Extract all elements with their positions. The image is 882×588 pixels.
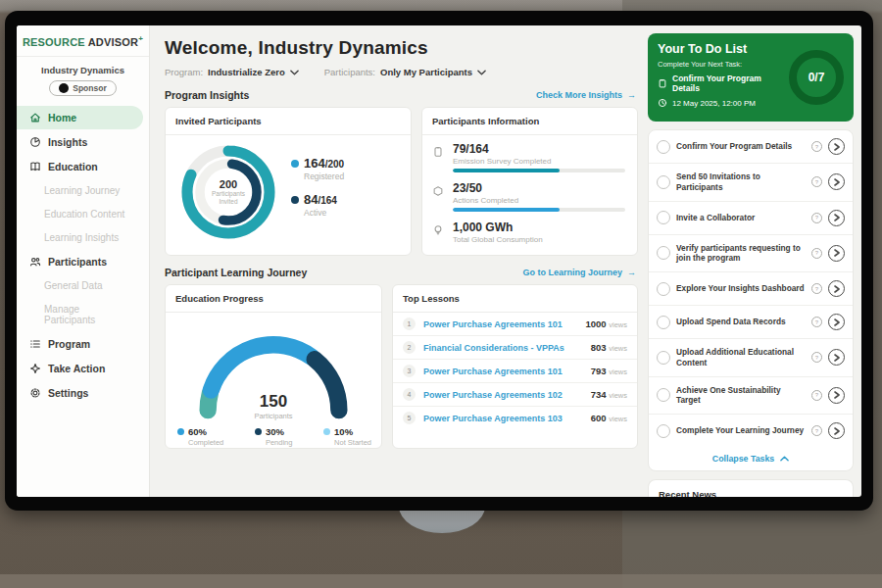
task-checkbox[interactable]	[657, 388, 670, 402]
task-row[interactable]: Upload Spend Data Records ?	[649, 306, 853, 339]
due-date-row: 12 May 2025, 12:00 PM	[658, 98, 783, 108]
task-checkbox[interactable]	[657, 140, 670, 154]
section-title: Participant Learning Journey	[165, 267, 307, 278]
task-row[interactable]: Explore Your Insights Dashboard ?	[649, 272, 853, 306]
task-checkbox[interactable]	[657, 424, 670, 438]
legend-label: Completed	[188, 438, 223, 447]
invited-count: 200	[220, 178, 237, 190]
info-icon: ?	[811, 248, 822, 259]
info-icon: ?	[811, 141, 822, 152]
brand-plus: +	[138, 34, 143, 43]
go-to-learning-journey-link[interactable]: Go to Learning Journey →	[522, 268, 636, 277]
task-label: Complete Your Learning Journey	[676, 425, 806, 436]
program-filter[interactable]: Program: Industrialize Zero	[165, 67, 299, 77]
participants-filter[interactable]: Participants: Only My Participants	[324, 67, 486, 77]
sidebar-item-label: Settings	[48, 387, 88, 399]
info-icon: ?	[811, 176, 822, 187]
task-checkbox[interactable]	[657, 282, 670, 296]
lesson-views: 600	[591, 413, 607, 423]
sidebar-item-participants[interactable]: Participants	[17, 250, 143, 273]
task-checkbox[interactable]	[657, 246, 670, 260]
task-row[interactable]: Verify participants requesting to join t…	[649, 235, 853, 273]
check-more-insights-link[interactable]: Check More Insights →	[536, 90, 636, 100]
participants-information-body: 79/164 Emission Survey Completed 23/50 A…	[422, 135, 637, 247]
sidebar-item-insights[interactable]: Insights	[17, 130, 143, 154]
lesson-link[interactable]: Power Purchase Agreements 101	[423, 319, 577, 329]
sidebar-item-label: Home	[48, 112, 76, 123]
main-content: Welcome, Industry Dynamics Program: Indu…	[150, 25, 648, 497]
info-icon: ?	[811, 283, 822, 294]
legend-label: Pending	[266, 438, 293, 447]
task-go-button[interactable]	[828, 422, 845, 439]
lesson-rank: 4	[403, 388, 416, 401]
tasks-list: Confirm Your Program Details ? Send 50 I…	[648, 129, 854, 471]
recent-news-title: Recent News	[649, 480, 853, 497]
task-go-button[interactable]	[828, 387, 845, 404]
task-checkbox[interactable]	[657, 351, 670, 365]
views-label: views	[609, 320, 627, 329]
info-icon: ?	[811, 425, 822, 436]
lightbulb-icon	[432, 220, 445, 247]
sidebar-item-label: Education	[48, 161, 98, 172]
task-row[interactable]: Send 50 Invitations to Participants ?	[649, 164, 853, 202]
sidebar-item-manage-participants[interactable]: Manage Participants	[17, 298, 143, 331]
donut-center-label: 200 Participants Invited	[177, 141, 279, 243]
sidebar-item-home[interactable]: Home	[17, 106, 143, 129]
lesson-link[interactable]: Power Purchase Agreements 103	[423, 414, 583, 423]
education-gauge-chart: 150 Participants	[185, 320, 362, 422]
task-go-button[interactable]	[828, 280, 845, 297]
lesson-link[interactable]: Power Purchase Agreements 101	[423, 367, 583, 376]
task-go-button[interactable]	[828, 138, 845, 155]
sidebar-item-learning-insights[interactable]: Learning Insights	[17, 226, 143, 249]
notstarted-legend-item: 10% Not Started	[323, 426, 371, 447]
next-task-label: Confirm Your Program Details	[672, 74, 783, 93]
insights-icon	[29, 136, 41, 148]
clock-icon	[658, 98, 667, 108]
progress-fill	[453, 208, 560, 212]
task-checkbox[interactable]	[657, 211, 670, 224]
todo-progress-ring: 0/7	[789, 50, 844, 105]
link-label: Go to Learning Journey	[522, 268, 622, 277]
todo-progress-value: 0/7	[808, 71, 825, 84]
registered-label: Registered	[304, 172, 344, 181]
sidebar-item-settings[interactable]: Settings	[17, 381, 143, 405]
stat-value: 79/164	[453, 142, 625, 156]
lesson-row: 2 Financial Considerations - VPPAs 803 v…	[393, 336, 637, 360]
legend-label: Not Started	[334, 438, 371, 447]
sidebar-item-education-content[interactable]: Education Content	[17, 203, 143, 225]
brand-primary: RESOURCE	[23, 36, 85, 48]
sponsor-badge[interactable]: Sponsor	[49, 80, 116, 96]
collapse-tasks-link[interactable]: Collapse Tasks	[649, 447, 853, 470]
task-go-button[interactable]	[828, 173, 845, 190]
lesson-link[interactable]: Financial Considerations - VPPAs	[423, 343, 583, 353]
task-go-button[interactable]	[828, 210, 845, 226]
task-checkbox[interactable]	[657, 316, 670, 329]
task-row[interactable]: Achieve One Sustainability Target ?	[649, 377, 853, 416]
task-row[interactable]: Invite a Collaborator ?	[649, 202, 853, 235]
task-row[interactable]: Upload Additional Educational Content ?	[649, 339, 853, 377]
sidebar-item-program[interactable]: Program	[17, 332, 143, 356]
arrow-right-icon: →	[627, 268, 636, 277]
card-title: Education Progress	[166, 285, 381, 313]
sidebar-item-general-data[interactable]: General Data	[17, 274, 143, 297]
sidebar-item-learning-journey[interactable]: Learning Journey	[17, 179, 143, 202]
task-row[interactable]: Confirm Your Program Details ?	[649, 130, 853, 164]
settings-icon	[29, 387, 41, 399]
stat-label: Total Global Consumption	[453, 235, 625, 244]
sidebar-item-education[interactable]: Education	[17, 155, 143, 178]
insights-cards-row: Invited Participants 200	[165, 107, 638, 256]
task-checkbox[interactable]	[657, 175, 670, 189]
dashboard-screen: RESOURCE ADVISOR+ Industry Dynamics Spon…	[17, 25, 861, 497]
task-row[interactable]: Complete Your Learning Journey ?	[649, 415, 853, 447]
sidebar-item-take-action[interactable]: Take Action	[17, 357, 143, 380]
legend-value: 10%	[334, 426, 353, 437]
survey-icon	[432, 142, 445, 172]
task-go-button[interactable]	[828, 314, 845, 330]
recent-news-card: Recent News	[648, 479, 854, 497]
task-go-button[interactable]	[828, 245, 845, 262]
emission-survey-stat: 79/164 Emission Survey Completed	[432, 142, 625, 172]
lesson-link[interactable]: Power Purchase Agreements 102	[423, 390, 583, 400]
lesson-rank: 1	[403, 318, 416, 330]
task-go-button[interactable]	[828, 349, 845, 366]
chevron-down-icon	[290, 70, 299, 75]
